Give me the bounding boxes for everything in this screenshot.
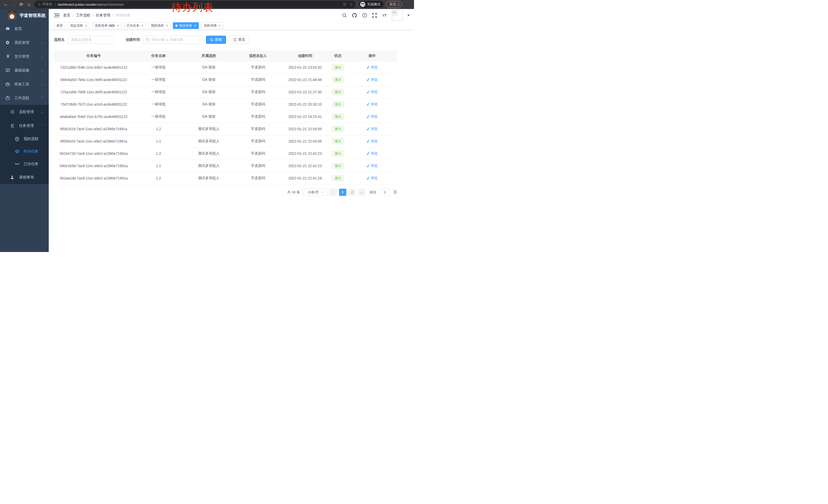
approve-button[interactable]: 审批 [367, 176, 378, 180]
breadcrumb-workflow[interactable]: 工作流程 [76, 13, 90, 18]
close-icon[interactable]: ✕ [117, 24, 119, 28]
avatar-dropdown-icon[interactable] [407, 15, 410, 17]
approve-button[interactable]: 审批 [367, 127, 378, 131]
sidebar-item-done-tasks[interactable]: 已办任务 [0, 158, 49, 170]
breadcrumb-task-mgmt[interactable]: 任务管理 [96, 13, 110, 18]
table-row: 8f059c03-7ac8-11ec-a9e2-a2380e71991a 1.1… [54, 135, 397, 147]
sidebar-item-label: 任务管理 [19, 123, 34, 128]
not-secure-warning-icon: ⚠ [38, 3, 41, 6]
sidebar-item-my-process[interactable]: 我的流程 [0, 133, 49, 145]
help-icon[interactable]: ? [362, 13, 367, 18]
eye-closed-icon [15, 163, 19, 165]
close-icon[interactable]: ✕ [218, 24, 220, 28]
reload-icon[interactable]: ⟳ [17, 1, 25, 8]
search-icon[interactable] [342, 13, 347, 18]
incognito-label: 无痕模式 [367, 2, 380, 7]
cell-task-id: 75d72608-7b7f-11ec-a3c8-acde48001122 [54, 98, 133, 110]
cell-task-id: 069c6a63-7b8a-11ec-8ef0-acde48001122 [54, 74, 133, 86]
status-badge: 激活 [332, 163, 344, 169]
page-2-button[interactable]: 2 [348, 189, 356, 196]
address-bar[interactable]: ⚠ 不安全 dashboard.yudao.iocoder.cn /bpm/ta… [34, 1, 356, 8]
search-button[interactable]: 搜索 [206, 36, 226, 44]
breadcrumb-home[interactable]: 首页 [63, 13, 70, 18]
back-icon[interactable]: ← [2, 1, 10, 8]
home-icon[interactable]: ⌂ [25, 1, 33, 8]
process-name-input[interactable]: 请输入流程名 [68, 36, 114, 44]
sidebar-item-system[interactable]: 系统管理 ⌄ [0, 36, 49, 49]
tab-done-tasks[interactable]: 已办任务✕ [124, 22, 146, 29]
table-row: 58154733-7ac8-11ec-a9e2-a2380e71991a 1.2… [54, 147, 397, 160]
password-key-icon[interactable]: ⚿ [343, 2, 346, 7]
breadcrumb: 首页 / 工作流程 / 任务管理 / 待办任务 [63, 13, 130, 18]
approve-button[interactable]: 审批 [367, 139, 378, 144]
approve-button[interactable]: 审批 [367, 114, 378, 119]
cell-create-time: 2022-01-21 22:42:23 [282, 147, 328, 160]
sidebar-item-payment[interactable]: ¥ 支付管理 ⌄ [0, 49, 49, 63]
date-range-picker[interactable]: 开始日期 - 结束日期 [143, 36, 203, 44]
edit-pencil-icon [367, 90, 370, 94]
app-logo-area[interactable]: 芋道管理系统 [0, 9, 49, 22]
edit-pencil-icon [367, 152, 370, 155]
approve-button[interactable]: 审批 [367, 151, 378, 156]
workflow-submenu: 流程管理 ⌄ 任务管理 ⌃ 我的流程 待办任务 [0, 105, 49, 184]
cell-starter: 芋道源码 [234, 61, 282, 74]
prev-page-button[interactable]: ‹ [330, 189, 337, 196]
font-size-icon[interactable]: ᴛT [382, 13, 387, 18]
update-label: 更新 [389, 2, 396, 7]
cell-task-id: 725a1eb6-7b88-11ec-8ef0-acde48001122 [54, 86, 133, 98]
col-starter: 流程发起人 [234, 50, 282, 61]
sidebar-collapse-icon[interactable] [54, 13, 59, 18]
sidebar-item-label: 基础设施 [14, 68, 29, 73]
page-1-button[interactable]: 1 [339, 189, 346, 196]
sidebar-item-label: 研发工具 [14, 82, 29, 87]
chevron-down-icon: ⌄ [41, 69, 44, 72]
approve-button[interactable]: 审批 [367, 90, 378, 94]
close-icon[interactable]: ✕ [85, 24, 87, 28]
cell-task-id: 580e1b3d-7ac8-11ec-a9e2-a2380e71991a [54, 160, 133, 172]
github-icon[interactable] [352, 13, 357, 18]
bookmark-star-icon[interactable]: ☆ [349, 2, 353, 7]
close-icon[interactable]: ✕ [194, 24, 196, 28]
tab-start-process[interactable]: 发起流程✕ [68, 22, 90, 29]
tab-process-detail[interactable]: 流程详情✕ [201, 22, 223, 29]
close-icon[interactable]: ✕ [141, 24, 143, 28]
tab-my-process[interactable]: 我的流程✕ [149, 22, 171, 29]
close-icon[interactable]: ✕ [166, 24, 168, 28]
table-row: a6aba0a4-7b6d-11ec-b781-acde48001122 一级审… [54, 110, 397, 123]
eye-open-icon [15, 150, 19, 153]
chevron-down-icon: ⌄ [41, 41, 44, 44]
sidebar-item-leave-query[interactable]: 请假查询 [0, 170, 49, 184]
sidebar-item-task-mgmt[interactable]: 任务管理 ⌃ [0, 119, 49, 133]
fullscreen-icon[interactable] [372, 13, 377, 18]
cell-task-id: 58154733-7ac8-11ec-a9e2-a2380e71991a [54, 147, 133, 160]
tab-todo-tasks[interactable]: 待办任务✕ [173, 22, 199, 29]
forward-icon[interactable]: → [10, 1, 17, 8]
sidebar-item-home[interactable]: 首页 [0, 22, 49, 36]
chevron-down-icon: ⌄ [41, 55, 44, 58]
tab-form-edit[interactable]: 流程表单-编辑✕ [92, 22, 122, 29]
edit-pencil-icon [367, 115, 370, 118]
avatar[interactable] [392, 10, 403, 20]
approve-button[interactable]: 审批 [367, 102, 378, 107]
cell-task-name: 1.2 [133, 147, 183, 160]
approve-button[interactable]: 审批 [367, 164, 378, 168]
sidebar-item-devtools[interactable]: 研发工具 ⌄ [0, 77, 49, 91]
sidebar-item-todo-tasks[interactable]: 待办任务 [0, 145, 49, 158]
goto-page-input[interactable]: 1 [380, 189, 390, 196]
tab-home[interactable]: 首页 [54, 22, 66, 29]
sidebar-item-infra[interactable]: 基础设施 ⌄ [0, 63, 49, 77]
sidebar-item-workflow[interactable]: 工作流程 ⌃ [0, 91, 49, 105]
sidebar-item-process-mgmt[interactable]: 流程管理 ⌄ [0, 105, 49, 119]
col-status: 状态 [328, 50, 347, 61]
table-row: 381aa1dd-7ac8-11ec-a9e2-a2380e71991a 1.2… [54, 172, 397, 184]
chrome-update-button[interactable]: 更新 [386, 1, 402, 8]
page-size-select[interactable]: 10条/页 ▾ [303, 189, 327, 196]
browser-menu-icon[interactable] [398, 3, 399, 6]
cell-task-name: 一级审批 [133, 110, 183, 123]
next-page-button[interactable]: › [358, 189, 365, 196]
reset-button[interactable]: 重置 [229, 36, 249, 44]
approve-button[interactable]: 审批 [367, 78, 378, 82]
omnibox-divider [55, 3, 55, 6]
end-date-placeholder: 结束日期 [170, 37, 183, 42]
approve-button[interactable]: 审批 [367, 65, 378, 70]
